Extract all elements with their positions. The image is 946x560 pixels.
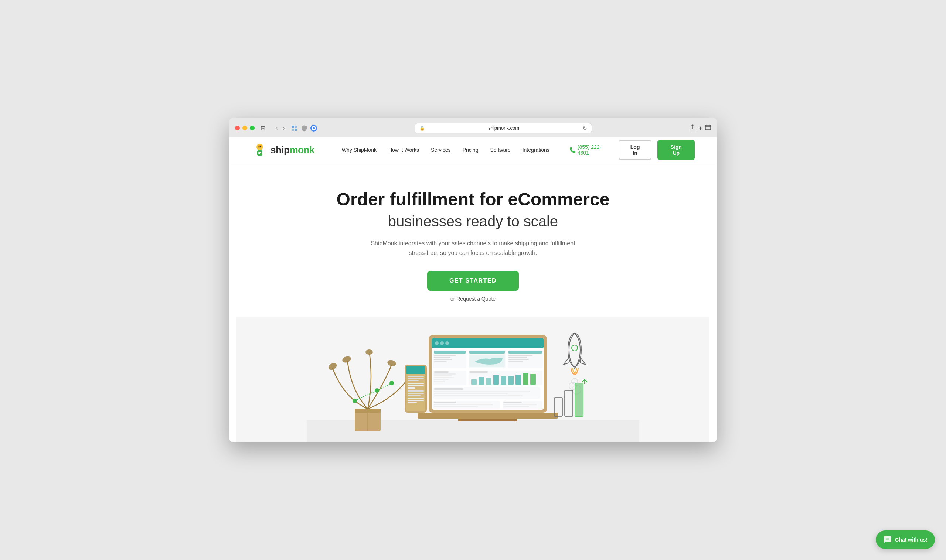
svg-point-110 bbox=[888, 538, 889, 540]
svg-rect-39 bbox=[408, 393, 424, 394]
share-button[interactable] bbox=[689, 124, 696, 132]
logo-icon bbox=[251, 142, 268, 158]
reload-button[interactable]: ↻ bbox=[583, 125, 587, 131]
svg-rect-93 bbox=[503, 402, 522, 403]
svg-rect-85 bbox=[434, 391, 530, 392]
svg-rect-86 bbox=[434, 393, 508, 394]
svg-rect-31 bbox=[407, 366, 425, 374]
svg-rect-63 bbox=[508, 359, 529, 360]
traffic-lights bbox=[235, 126, 254, 131]
svg-rect-40 bbox=[408, 395, 421, 396]
hero-description: ShipMonk integrates with your sales chan… bbox=[370, 238, 576, 257]
svg-rect-79 bbox=[508, 376, 514, 385]
navigation-bar: shipmonk Why ShipMonk How It Works Servi… bbox=[229, 137, 717, 163]
hero-section: Order fulfillment for eCommerce business… bbox=[229, 163, 717, 442]
lock-icon: 🔒 bbox=[419, 126, 425, 131]
nav-link-how[interactable]: How It Works bbox=[383, 144, 424, 156]
svg-point-21 bbox=[365, 349, 373, 355]
svg-rect-64 bbox=[508, 361, 523, 362]
back-button[interactable]: ‹ bbox=[274, 124, 279, 132]
svg-rect-81 bbox=[523, 373, 528, 385]
svg-rect-74 bbox=[471, 379, 477, 385]
grecaptcha-icon[interactable] bbox=[310, 125, 317, 132]
browser-window: ⊞ ‹ › bbox=[229, 118, 717, 442]
svg-rect-69 bbox=[434, 377, 454, 378]
nav-link-integrations[interactable]: Integrations bbox=[517, 144, 555, 156]
svg-rect-66 bbox=[434, 371, 448, 373]
svg-rect-89 bbox=[434, 402, 456, 403]
svg-point-8 bbox=[258, 145, 262, 149]
hero-headline: Order fulfillment for eCommerce bbox=[236, 189, 710, 209]
svg-rect-34 bbox=[408, 380, 419, 381]
svg-rect-91 bbox=[434, 406, 478, 408]
svg-rect-6 bbox=[706, 125, 710, 130]
svg-rect-80 bbox=[516, 375, 521, 385]
svg-rect-12 bbox=[258, 152, 261, 152]
svg-point-108 bbox=[886, 538, 887, 540]
svg-rect-54 bbox=[434, 359, 452, 360]
nav-link-why[interactable]: Why ShipMonk bbox=[337, 144, 382, 156]
logo-text: shipmonk bbox=[271, 145, 314, 156]
blocky-icon[interactable] bbox=[291, 125, 298, 132]
svg-rect-37 bbox=[408, 388, 415, 389]
website-content: shipmonk Why ShipMonk How It Works Servi… bbox=[229, 137, 717, 442]
svg-rect-96 bbox=[418, 412, 558, 418]
close-button[interactable] bbox=[235, 126, 240, 131]
svg-point-49 bbox=[445, 341, 449, 345]
shield-icon[interactable] bbox=[300, 125, 308, 132]
svg-rect-13 bbox=[258, 153, 260, 154]
address-text: shipmonk.com bbox=[428, 125, 580, 131]
address-bar[interactable]: 🔒 shipmonk.com ↻ bbox=[414, 123, 592, 133]
fullscreen-button[interactable] bbox=[250, 126, 254, 131]
sidebar-toggle-button[interactable]: ⊞ bbox=[259, 124, 267, 132]
nav-right: (855) 222-4601 Log In Sign Up bbox=[569, 140, 695, 160]
request-quote-link[interactable]: or Request a Quote bbox=[236, 296, 710, 302]
nav-link-software[interactable]: Software bbox=[485, 144, 516, 156]
browser-controls: ‹ › bbox=[274, 124, 287, 132]
nav-link-pricing[interactable]: Pricing bbox=[458, 144, 484, 156]
new-tab-button[interactable]: + bbox=[699, 125, 702, 131]
logo-link[interactable]: shipmonk bbox=[251, 142, 314, 158]
svg-rect-62 bbox=[508, 357, 527, 358]
svg-rect-87 bbox=[434, 395, 522, 396]
minimize-button[interactable] bbox=[242, 126, 247, 131]
nav-links: Why ShipMonk How It Works Services Prici… bbox=[337, 144, 555, 156]
extension-icons bbox=[291, 125, 317, 132]
svg-rect-82 bbox=[530, 374, 536, 385]
get-started-button[interactable]: GET STARTED bbox=[427, 271, 519, 291]
hero-illustration bbox=[236, 317, 710, 442]
svg-rect-97 bbox=[458, 418, 517, 422]
svg-rect-0 bbox=[292, 126, 294, 128]
svg-point-48 bbox=[440, 341, 444, 345]
svg-rect-53 bbox=[434, 357, 450, 358]
svg-rect-51 bbox=[434, 351, 465, 354]
phone-link[interactable]: (855) 222-4601 bbox=[569, 144, 613, 156]
signup-button[interactable]: Sign Up bbox=[657, 140, 695, 160]
svg-rect-73 bbox=[469, 371, 488, 373]
svg-rect-33 bbox=[408, 378, 424, 379]
phone-icon bbox=[569, 147, 575, 153]
svg-rect-78 bbox=[501, 376, 506, 385]
browser-actions: + bbox=[689, 124, 711, 132]
svg-rect-105 bbox=[575, 383, 583, 416]
svg-rect-61 bbox=[508, 355, 533, 356]
illustration-svg bbox=[236, 317, 710, 442]
logo-ship: ship bbox=[271, 145, 289, 155]
svg-rect-94 bbox=[503, 404, 536, 405]
login-button[interactable]: Log In bbox=[619, 140, 652, 160]
tabs-overview-button[interactable] bbox=[705, 125, 711, 131]
svg-rect-38 bbox=[408, 391, 424, 392]
svg-rect-60 bbox=[508, 351, 542, 354]
svg-rect-67 bbox=[434, 374, 456, 375]
forward-button[interactable]: › bbox=[281, 124, 286, 132]
chat-widget[interactable]: Chat with us! bbox=[876, 531, 935, 549]
svg-point-10 bbox=[260, 146, 261, 147]
svg-rect-3 bbox=[295, 129, 297, 131]
svg-rect-52 bbox=[434, 355, 456, 356]
svg-point-109 bbox=[887, 538, 888, 540]
nav-link-services[interactable]: Services bbox=[426, 144, 456, 156]
svg-rect-43 bbox=[408, 402, 417, 403]
svg-rect-2 bbox=[292, 129, 294, 131]
svg-rect-11 bbox=[257, 150, 262, 155]
svg-point-5 bbox=[313, 127, 315, 129]
